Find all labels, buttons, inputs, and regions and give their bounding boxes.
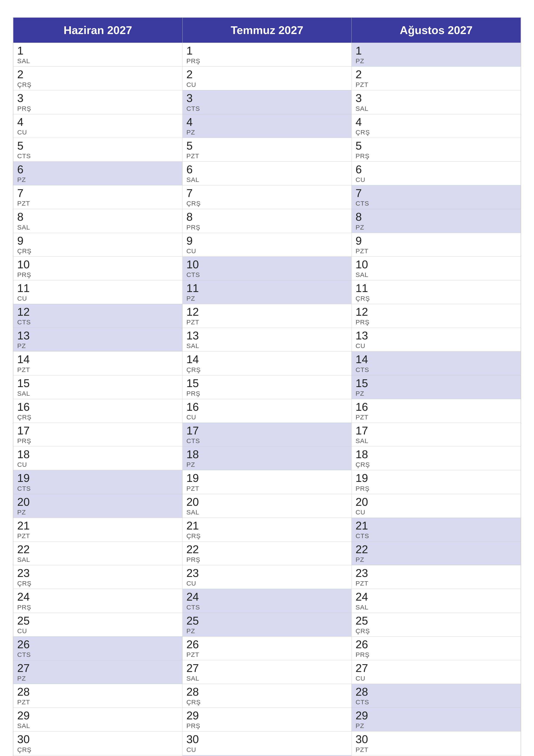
day-name: CU — [187, 81, 348, 88]
day-name: CTS — [355, 532, 517, 540]
day-number: 10 — [187, 258, 348, 271]
day-number: 23 — [17, 567, 179, 579]
day-name: PZ — [355, 57, 517, 65]
day-cell: 17CTS — [183, 423, 352, 446]
day-name: CU — [17, 129, 179, 136]
day-number: 8 — [355, 211, 517, 223]
day-number: 2 — [187, 68, 348, 81]
day-number: 13 — [355, 330, 517, 342]
day-number: 16 — [355, 401, 517, 413]
day-name: ÇRŞ — [355, 295, 517, 302]
day-cell: 29SAL — [13, 708, 183, 731]
day-cell: 8PRŞ — [183, 209, 352, 233]
day-name: PZT — [187, 485, 348, 492]
day-name: PRŞ — [355, 318, 517, 326]
day-name: CTS — [187, 271, 348, 279]
day-name: CTS — [187, 437, 348, 445]
day-cell: 20SAL — [183, 494, 352, 518]
day-cell: 20CU — [352, 494, 521, 518]
day-cell: 14CTS — [352, 351, 521, 375]
day-name: CU — [355, 509, 517, 516]
day-number: 27 — [17, 662, 179, 674]
day-name: SAL — [355, 437, 517, 445]
day-cell: 2ÇRŞ — [13, 67, 183, 90]
day-cell: 11ÇRŞ — [352, 281, 521, 304]
day-cell: 31SAL — [352, 755, 521, 756]
day-cell: 16PZT — [352, 399, 521, 423]
day-cell: 27CU — [352, 660, 521, 684]
day-number: 14 — [17, 353, 179, 365]
calendar-container: Haziran 2027Temmuz 2027Ağustos 20271SAL1… — [13, 17, 521, 756]
day-number: 1 — [17, 44, 179, 57]
day-name: CTS — [355, 200, 517, 207]
day-name: CU — [355, 176, 517, 183]
day-cell: 13SAL — [183, 328, 352, 351]
day-name: CTS — [17, 651, 179, 659]
day-number: 22 — [355, 543, 517, 555]
day-cell: 11PZ — [183, 281, 352, 304]
day-number: 29 — [17, 710, 179, 722]
day-name: SAL — [187, 509, 348, 516]
day-number: 21 — [187, 520, 348, 532]
day-number: 19 — [355, 472, 517, 484]
month-header-0: Haziran 2027 — [13, 18, 183, 43]
day-cell: 6PZ — [13, 162, 183, 185]
day-cell: 9CU — [183, 233, 352, 257]
day-number: 24 — [355, 591, 517, 603]
day-number: 16 — [17, 401, 179, 413]
day-name: CTS — [17, 152, 179, 160]
day-number: 18 — [17, 448, 179, 461]
day-cell: 24CTS — [183, 589, 352, 613]
day-name: PZ — [355, 722, 517, 729]
day-cell: 12CTS — [13, 304, 183, 328]
day-cell: 19PZT — [183, 470, 352, 494]
day-number: 9 — [17, 235, 179, 247]
day-cell: 17PRŞ — [13, 423, 183, 446]
day-name: PZ — [187, 129, 348, 136]
day-cell: 14PZT — [13, 351, 183, 375]
day-number: 18 — [355, 448, 517, 461]
day-name: PRŞ — [17, 105, 179, 112]
day-cell: 19CTS — [13, 470, 183, 494]
day-name: CU — [187, 414, 348, 421]
day-name: CU — [187, 247, 348, 255]
day-number: 4 — [355, 116, 517, 128]
day-cell: 27PZ — [13, 660, 183, 684]
day-name: PZT — [17, 532, 179, 540]
day-name: ÇRŞ — [187, 366, 348, 373]
day-cell-empty: 7 CALENDAR — [13, 755, 183, 756]
day-number: 1 — [187, 44, 348, 57]
day-number: 20 — [355, 496, 517, 508]
day-number: 6 — [187, 163, 348, 176]
day-number: 17 — [355, 424, 517, 437]
day-number: 19 — [187, 472, 348, 484]
day-number: 2 — [355, 68, 517, 81]
day-name: PRŞ — [187, 224, 348, 231]
day-cell: 6SAL — [183, 162, 352, 185]
day-number: 4 — [187, 116, 348, 128]
day-number: 11 — [355, 282, 517, 294]
day-name: PRŞ — [187, 722, 348, 729]
day-number: 1 — [355, 44, 517, 57]
day-number: 18 — [187, 448, 348, 461]
day-number: 14 — [187, 353, 348, 365]
day-name: CTS — [17, 318, 179, 326]
day-cell: 2PZT — [352, 67, 521, 90]
day-cell: 17SAL — [352, 423, 521, 446]
day-name: PZ — [187, 627, 348, 635]
day-cell: 12PRŞ — [352, 304, 521, 328]
day-name: ÇRŞ — [17, 746, 179, 753]
day-cell: 29PRŞ — [183, 708, 352, 731]
day-name: PZT — [17, 698, 179, 706]
day-name: ÇRŞ — [355, 461, 517, 468]
day-cell: 21PZT — [13, 518, 183, 542]
day-name: PZT — [355, 81, 517, 88]
day-number: 5 — [355, 140, 517, 152]
day-number: 29 — [355, 710, 517, 722]
day-cell: 12PZT — [183, 304, 352, 328]
day-cell: 3CTS — [183, 90, 352, 114]
day-name: SAL — [187, 342, 348, 350]
day-name: PRŞ — [17, 437, 179, 445]
day-name: CU — [17, 627, 179, 635]
day-number: 27 — [187, 662, 348, 674]
